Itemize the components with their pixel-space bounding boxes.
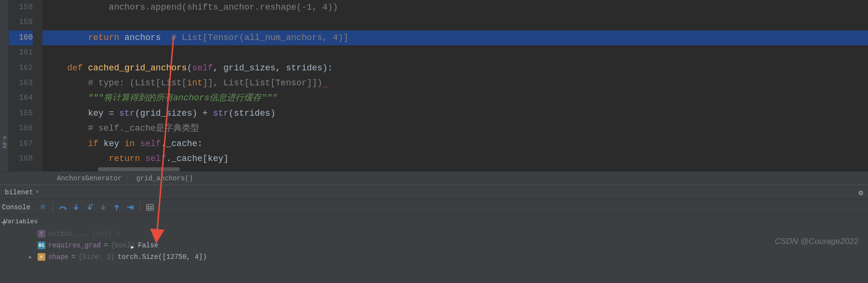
variable-row[interactable]: f output_... {int} 0 [29,228,868,240]
code-line[interactable]: if key in self._cache: [42,136,868,151]
add-watch-button[interactable]: + [1,218,7,229]
code-line[interactable]: return self._cache[key] [42,151,868,166]
gutter-line-number[interactable]: 168 [9,151,33,166]
gutter-line-number[interactable]: 158 [9,0,33,15]
left-sidebar: s.py [0,0,9,171]
gutter-line-number[interactable]: 163 [9,76,33,91]
code-line[interactable] [42,15,868,30]
step-into-icon[interactable] [70,202,82,213]
code-line[interactable]: def cached_grid_anchors(self, grid_sizes… [42,61,868,76]
step-over-icon[interactable] [57,202,68,213]
debug-toolbar: Console ≡ [0,199,868,215]
gutter-line-number[interactable]: 167 [9,136,33,151]
code-line[interactable]: anchors.append(shifts_anchor.reshape(-1,… [42,0,868,15]
svg-rect-2 [147,204,153,210]
breadcrumb-separator-icon: 〉 [125,174,132,183]
gutter-line-number[interactable]: 162 [9,61,33,76]
variable-row[interactable]: 01 requires_grad = {bool} False [29,240,868,251]
step-out-icon[interactable] [111,202,122,213]
debug-tab-bar: bilenet × ⚙ [0,185,868,199]
code-line-current[interactable]: return anchors # List[Tensor(all_num_anc… [42,30,868,45]
force-step-into-icon[interactable] [97,202,109,213]
watermark: CSDN @Courage2022 [775,237,858,246]
breadcrumb-item[interactable]: AnchorsGenerator [53,175,125,182]
code-editor[interactable]: anchors.append(shifts_anchor.reshape(-1,… [42,0,868,171]
debug-run-tab[interactable]: bilenet × [0,189,44,196]
variable-type-icon: 01 [38,242,45,249]
step-into-my-code-icon[interactable] [84,202,95,213]
code-line[interactable]: """将计算得到的所有anchors信息进行缓存""" [42,91,868,106]
variable-row[interactable]: ▶ ≡ shape = {Size: 2} torch.Size([12750,… [29,251,868,263]
gutter-line-number[interactable]: 164 [9,91,33,106]
variable-type-icon: f [38,230,45,238]
gutter-line-number[interactable]: 166 [9,121,33,136]
expand-icon[interactable]: ▶ [29,254,35,260]
run-to-cursor-icon[interactable] [124,202,136,213]
code-line[interactable]: # self._cache是字典类型 [42,121,868,136]
code-line[interactable]: # type: (List[List[int]], List[List[Tens… [42,76,868,91]
gutter-line-number[interactable]: 165 [9,106,33,121]
console-tab-label[interactable]: Console [2,203,30,211]
gutter-line-number[interactable]: 160 [9,30,33,45]
variable-type-icon: ≡ [38,253,45,261]
horizontal-scrollbar[interactable] [98,167,180,171]
code-line[interactable]: key = str(grid_sizes) + str(strides) [42,106,868,121]
evaluate-expression-icon[interactable] [144,202,156,213]
variables-panel: Variables f output_... {int} 0 01 requir… [0,215,868,283]
gutter-line-number[interactable]: 161 [9,45,33,60]
menu-icon[interactable]: ≡ [37,202,49,213]
gear-icon[interactable]: ⚙ [858,188,863,198]
toolbar-separator [140,202,140,212]
code-line[interactable] [42,45,868,60]
svg-rect-0 [91,204,93,205]
breadcrumb-item[interactable]: grid_anchors() [132,175,197,182]
toolbar-separator [53,202,53,212]
breadcrumb: AnchorsGenerator 〉 grid_anchors() [0,171,868,185]
gutter: 158 159 160 161 162 163 164 165 166 167 … [9,0,42,171]
close-icon[interactable]: × [36,189,39,196]
variables-header[interactable]: Variables [0,215,868,228]
gutter-line-number[interactable]: 159 [9,15,33,30]
sidebar-file-label[interactable]: s.py [1,135,9,149]
